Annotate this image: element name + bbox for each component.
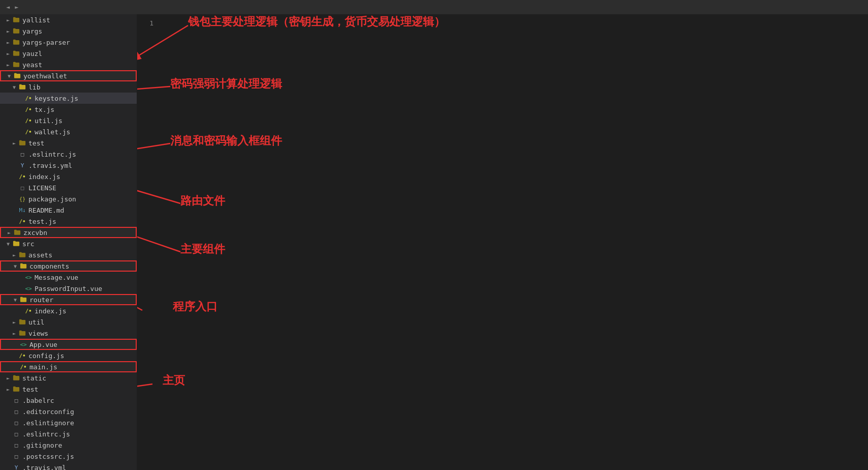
file-icon-travis.yml: Y bbox=[18, 161, 26, 169]
folder-icon-src bbox=[12, 240, 20, 248]
tree-item-yeast[interactable]: ► yeast bbox=[0, 59, 137, 70]
label-LICENSE: LICENSE bbox=[28, 184, 56, 192]
sidebar[interactable]: ► yallist► yargs► yargs-parser► yauzl► y… bbox=[0, 14, 137, 470]
folder-icon-yoethwallet bbox=[13, 72, 21, 80]
label-yargs-parser: yargs-parser bbox=[22, 39, 70, 46]
chevron-router: ▼ bbox=[11, 296, 19, 304]
tree-item-babelrc[interactable]: □.babelrc bbox=[0, 395, 137, 406]
label-eslintignore: .eslintignore bbox=[22, 419, 74, 427]
tree-item-yallist[interactable]: ► yallist bbox=[0, 14, 137, 25]
tree-item-main.js[interactable]: /•main.js bbox=[0, 361, 137, 372]
label-editorconfig: .editorconfig bbox=[22, 408, 74, 416]
tree-item-yargs-parser[interactable]: ► yargs-parser bbox=[0, 37, 137, 48]
folder-icon-yallist bbox=[12, 16, 20, 24]
annotations-overlay bbox=[137, 14, 868, 470]
label-router: router bbox=[29, 296, 53, 304]
nav-fwd[interactable]: ► bbox=[13, 3, 20, 12]
main-container: ► yallist► yargs► yargs-parser► yauzl► y… bbox=[0, 14, 868, 470]
folder-icon-yeast bbox=[12, 61, 20, 69]
tree-item-test[interactable]: ► test bbox=[0, 137, 137, 149]
tree-item-router[interactable]: ▼ router bbox=[0, 294, 137, 305]
folder-icon-components bbox=[19, 262, 27, 270]
annotation-text-0: 钱包主要处理逻辑（密钥生成，货币交易处理逻辑） bbox=[188, 14, 445, 30]
tree-item-gitignore[interactable]: □.gitignore bbox=[0, 439, 137, 451]
chevron-util: ► bbox=[10, 318, 18, 326]
tree-item-PasswordInput.vue[interactable]: <>PasswordInput.vue bbox=[0, 283, 137, 294]
tree-item-test.js[interactable]: /•test.js bbox=[0, 216, 137, 227]
file-icon-editorconfig: □ bbox=[12, 407, 20, 416]
folder-icon-router bbox=[19, 296, 27, 304]
tree-item-Message.vue[interactable]: <>Message.vue bbox=[0, 272, 137, 283]
chevron-static: ► bbox=[4, 374, 12, 382]
tree-item-travis.yml2[interactable]: Y.travis.yml bbox=[0, 462, 137, 470]
file-icon-eslintrc.js: □ bbox=[18, 150, 26, 158]
nav-back[interactable]: ◄ bbox=[4, 3, 12, 12]
label-util.js: util.js bbox=[35, 117, 63, 125]
annotation-text-1: 密码强弱计算处理逻辑 bbox=[170, 76, 282, 92]
tree-item-eslintrc.js2[interactable]: □.eslintrc.js bbox=[0, 428, 137, 439]
tree-item-router-index.js[interactable]: /•index.js bbox=[0, 305, 137, 316]
tree-item-zxcvbn[interactable]: ► zxcvbn bbox=[0, 227, 137, 238]
label-main.js: main.js bbox=[29, 363, 57, 371]
label-README.md: README.md bbox=[28, 207, 64, 214]
tree-item-App.vue[interactable]: <>App.vue bbox=[0, 339, 137, 350]
tree-item-keystore.js[interactable]: /•keystore.js bbox=[0, 93, 137, 104]
chevron-views: ► bbox=[10, 329, 18, 337]
tree-item-util[interactable]: ► util bbox=[0, 316, 137, 328]
chevron-yoethwallet: ▼ bbox=[5, 72, 13, 80]
label-router-index.js: index.js bbox=[35, 307, 67, 315]
tree-item-src[interactable]: ▼ src bbox=[0, 238, 137, 249]
label-PasswordInput.vue: PasswordInput.vue bbox=[35, 285, 102, 292]
file-icon-test.js: /• bbox=[18, 217, 26, 225]
tree-item-editorconfig[interactable]: □.editorconfig bbox=[0, 406, 137, 417]
tree-item-package.json[interactable]: {}package.json bbox=[0, 193, 137, 204]
folder-icon-yargs bbox=[12, 27, 20, 35]
tree-item-LICENSE[interactable]: □LICENSE bbox=[0, 182, 137, 193]
label-package.json: package.json bbox=[28, 195, 76, 203]
tree-item-util.js[interactable]: /•util.js bbox=[0, 115, 137, 126]
tree-item-wallet.js[interactable]: /•wallet.js bbox=[0, 126, 137, 137]
file-icon-travis.yml2: Y bbox=[12, 463, 20, 470]
label-yauzl: yauzl bbox=[22, 50, 42, 57]
tree-item-travis.yml[interactable]: Y.travis.yml bbox=[0, 160, 137, 171]
file-icon-eslintrc.js2: □ bbox=[12, 430, 20, 438]
tree-item-components[interactable]: ▼ components bbox=[0, 260, 137, 272]
label-yallist: yallist bbox=[22, 16, 50, 24]
top-bar: ◄ ► bbox=[0, 0, 868, 14]
chevron-zxcvbn: ► bbox=[5, 228, 13, 237]
tree-item-static[interactable]: ► static bbox=[0, 372, 137, 384]
tree-item-config.js[interactable]: /•config.js bbox=[0, 350, 137, 361]
tree-item-yargs[interactable]: ► yargs bbox=[0, 25, 137, 37]
folder-icon-yauzl bbox=[12, 49, 20, 57]
label-postcssrc.js: .postcssrc.js bbox=[22, 453, 74, 460]
tree-item-README.md[interactable]: M↓README.md bbox=[0, 204, 137, 216]
label-util: util bbox=[28, 318, 44, 326]
tree-item-eslintrc.js[interactable]: □.eslintrc.js bbox=[0, 149, 137, 160]
tree-item-yoethwallet[interactable]: ▼ yoethwallet bbox=[0, 70, 137, 81]
label-Message.vue: Message.vue bbox=[35, 274, 78, 281]
chevron-yeast: ► bbox=[4, 61, 12, 69]
svg-line-2 bbox=[137, 86, 170, 91]
svg-line-6 bbox=[137, 292, 142, 310]
file-icon-PasswordInput.vue: <> bbox=[24, 284, 33, 292]
tree-item-index.js[interactable]: /•index.js bbox=[0, 171, 137, 182]
nav-arrows[interactable]: ◄ ► bbox=[4, 3, 20, 12]
file-icon-router-index.js: /• bbox=[24, 307, 33, 315]
tree-item-lib[interactable]: ▼ lib bbox=[0, 81, 137, 93]
tree-item-eslintignore[interactable]: □.eslintignore bbox=[0, 417, 137, 428]
label-yargs: yargs bbox=[22, 27, 42, 35]
chevron-src: ▼ bbox=[4, 240, 12, 248]
tree-item-views[interactable]: ► views bbox=[0, 328, 137, 339]
chevron-components: ▼ bbox=[11, 262, 19, 270]
tree-item-postcssrc.js[interactable]: □.postcssrc.js bbox=[0, 451, 137, 462]
label-babelrc: .babelrc bbox=[22, 397, 54, 404]
tree-item-yauzl[interactable]: ► yauzl bbox=[0, 48, 137, 59]
tree-item-tx.js[interactable]: /•tx.js bbox=[0, 104, 137, 115]
label-tx.js: tx.js bbox=[35, 106, 54, 113]
tree-item-test-root[interactable]: ► test bbox=[0, 384, 137, 395]
chevron-yargs-parser: ► bbox=[4, 38, 12, 46]
file-icon-keystore.js: /• bbox=[24, 94, 33, 102]
file-icon-tx.js: /• bbox=[24, 105, 33, 113]
tree-item-assets[interactable]: ► assets bbox=[0, 249, 137, 260]
label-test-root: test bbox=[22, 386, 38, 393]
